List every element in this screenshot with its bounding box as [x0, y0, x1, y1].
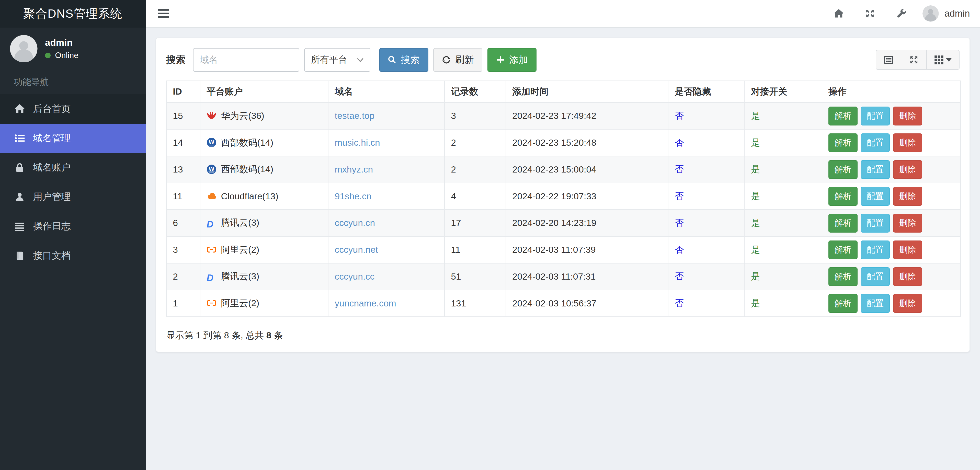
add-button[interactable]: 添加	[487, 48, 536, 72]
cell-id: 13	[166, 156, 200, 183]
hidden-toggle[interactable]: 否	[675, 164, 684, 174]
config-button[interactable]: 配置	[861, 294, 890, 313]
search-icon	[388, 56, 396, 64]
domain-link[interactable]: music.hi.cn	[335, 138, 380, 148]
config-button[interactable]: 配置	[861, 214, 890, 232]
hidden-toggle[interactable]: 否	[675, 245, 684, 255]
plus-icon	[496, 56, 505, 64]
switch-toggle[interactable]: 是	[751, 245, 760, 255]
cell-records: 17	[444, 210, 506, 237]
switch-toggle[interactable]: 是	[751, 111, 760, 121]
online-dot	[45, 52, 51, 58]
hidden-toggle[interactable]: 否	[675, 218, 684, 228]
sidebar-item-domain-account[interactable]: 域名账户	[0, 153, 146, 183]
resolve-button[interactable]: 解析	[829, 106, 858, 125]
sidebar-item-api-docs[interactable]: 接口文档	[0, 241, 146, 270]
table-row: 14W西部数码(14)music.hi.cn22024-02-23 15:20:…	[166, 129, 961, 156]
hidden-toggle[interactable]: 否	[675, 191, 684, 201]
cell-switch: 是	[745, 129, 822, 156]
resolve-button[interactable]: 解析	[829, 294, 858, 313]
huawei-icon	[207, 111, 216, 121]
cell-added-time: 2024-02-23 17:49:42	[506, 103, 668, 129]
wrench-icon[interactable]	[896, 8, 906, 18]
search-button[interactable]: 搜索	[379, 48, 428, 72]
cell-hidden: 否	[668, 183, 745, 210]
resolve-button[interactable]: 解析	[829, 240, 858, 259]
cell-domain: cccyun.cc	[328, 263, 444, 290]
sidebar: 聚合DNS管理系统 admin Online 功能导航 后台首页域名管理域名账户…	[0, 0, 146, 470]
config-button[interactable]: 配置	[861, 160, 890, 179]
sidebar-item-label: 接口文档	[33, 249, 71, 262]
switch-toggle[interactable]: 是	[751, 298, 760, 308]
config-button[interactable]: 配置	[861, 267, 890, 286]
domain-link[interactable]: cccyun.cn	[335, 218, 375, 228]
domain-link[interactable]: testae.top	[335, 111, 375, 121]
domain-link[interactable]: cccyun.net	[335, 245, 378, 255]
domain-link[interactable]: 91she.cn	[335, 191, 372, 202]
cell-switch: 是	[745, 237, 822, 263]
delete-button[interactable]: 删除	[893, 106, 922, 125]
column-header-domain: 域名	[328, 81, 444, 103]
switch-toggle[interactable]: 是	[751, 164, 760, 174]
sidebar-item-home[interactable]: 后台首页	[0, 94, 146, 124]
cell-platform: 华为云(36)	[200, 103, 328, 129]
user-icon	[14, 192, 25, 202]
switch-toggle[interactable]: 是	[751, 271, 760, 281]
topbar: admin	[146, 0, 980, 28]
cell-hidden: 否	[668, 129, 745, 156]
topbar-user-menu[interactable]: admin	[923, 5, 970, 22]
domain-link[interactable]: cccyun.cc	[335, 272, 375, 282]
domain-link[interactable]: yuncname.com	[335, 298, 396, 308]
cell-platform: D腾讯云(3)	[200, 210, 328, 237]
resolve-button[interactable]: 解析	[829, 214, 858, 232]
list-alt-icon	[884, 55, 893, 65]
cell-id: 3	[166, 237, 200, 263]
cell-id: 2	[166, 263, 200, 290]
hidden-toggle[interactable]: 否	[675, 111, 684, 121]
west-icon: W	[207, 164, 216, 174]
sidebar-section-label: 功能导航	[0, 70, 146, 94]
resolve-button[interactable]: 解析	[829, 160, 858, 179]
config-button[interactable]: 配置	[861, 106, 890, 125]
table-row: 15华为云(36)testae.top32024-02-23 17:49:42否…	[166, 103, 961, 129]
fullscreen-icon[interactable]	[865, 8, 875, 18]
toggle-detail-view-button[interactable]	[876, 50, 901, 70]
platform-select[interactable]: 所有平台	[304, 48, 371, 72]
domain-link[interactable]: mxhyz.cn	[335, 164, 373, 175]
switch-toggle[interactable]: 是	[751, 191, 760, 201]
sidebar-item-user-manage[interactable]: 用户管理	[0, 182, 146, 212]
sidebar-item-operation-log[interactable]: 操作日志	[0, 212, 146, 241]
cell-switch: 是	[745, 290, 822, 317]
columns-dropdown-button[interactable]	[927, 50, 959, 70]
delete-button[interactable]: 删除	[893, 133, 922, 152]
home-icon[interactable]	[834, 8, 844, 18]
hidden-toggle[interactable]: 否	[675, 271, 684, 281]
delete-button[interactable]: 删除	[893, 187, 922, 205]
cell-id: 11	[166, 183, 200, 210]
delete-button[interactable]: 删除	[893, 294, 922, 313]
hidden-toggle[interactable]: 否	[675, 298, 684, 308]
cell-records: 2	[444, 156, 506, 183]
switch-toggle[interactable]: 是	[751, 138, 760, 148]
resolve-button[interactable]: 解析	[829, 267, 858, 286]
delete-button[interactable]: 删除	[893, 267, 922, 286]
delete-button[interactable]: 删除	[893, 160, 922, 179]
user-status-link[interactable]: Online	[45, 51, 78, 60]
search-input[interactable]	[193, 48, 299, 72]
sidebar-user-panel: admin Online	[0, 28, 146, 70]
config-button[interactable]: 配置	[861, 240, 890, 259]
delete-button[interactable]: 删除	[893, 240, 922, 259]
resolve-button[interactable]: 解析	[829, 187, 858, 205]
config-button[interactable]: 配置	[861, 133, 890, 152]
switch-toggle[interactable]: 是	[751, 218, 760, 228]
hidden-toggle[interactable]: 否	[675, 138, 684, 148]
fullscreen-table-button[interactable]	[901, 50, 927, 70]
delete-button[interactable]: 删除	[893, 214, 922, 232]
sidebar-item-domain-manage[interactable]: 域名管理	[0, 124, 146, 153]
resolve-button[interactable]: 解析	[829, 133, 858, 152]
refresh-button[interactable]: 刷新	[433, 48, 482, 72]
column-header-actions: 操作	[822, 81, 961, 103]
config-button[interactable]: 配置	[861, 187, 890, 205]
sidebar-toggle-button[interactable]	[158, 9, 169, 18]
platform-select-value: 所有平台	[311, 54, 347, 66]
